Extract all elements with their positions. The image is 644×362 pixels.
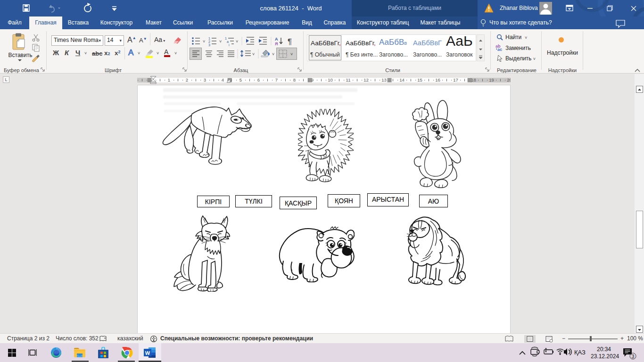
svg-text:3: 3 xyxy=(208,43,210,46)
svg-text:18: 18 xyxy=(471,77,476,82)
svg-text:6: 6 xyxy=(257,77,260,82)
svg-text:15: 15 xyxy=(417,77,422,82)
svg-text:a: a xyxy=(227,40,229,43)
svg-text:3: 3 xyxy=(632,354,635,359)
svg-text:Я: Я xyxy=(275,41,278,46)
svg-text:˅: ˅ xyxy=(252,52,255,57)
svg-text:2: 2 xyxy=(186,77,188,82)
svg-text:W: W xyxy=(145,350,150,356)
svg-text:1: 1 xyxy=(208,37,210,40)
svg-text:20: 20 xyxy=(507,77,511,82)
svg-text:8: 8 xyxy=(293,77,296,82)
svg-text:¶: ¶ xyxy=(288,37,292,46)
svg-text:˅: ˅ xyxy=(272,52,274,57)
svg-text:11: 11 xyxy=(346,77,351,82)
svg-text:˅: ˅ xyxy=(219,39,222,44)
svg-text:12: 12 xyxy=(363,77,369,82)
svg-text:13: 13 xyxy=(381,77,387,82)
svg-text:˅: ˅ xyxy=(290,52,293,57)
svg-text:14: 14 xyxy=(399,77,405,82)
svg-text:1: 1 xyxy=(225,37,227,40)
svg-text:5: 5 xyxy=(239,77,242,82)
svg-text:3: 3 xyxy=(204,77,206,82)
svg-text:2: 2 xyxy=(208,40,210,43)
svg-text:˅: ˅ xyxy=(236,39,238,44)
svg-text:ac: ac xyxy=(497,47,502,51)
svg-text:˅: ˅ xyxy=(203,39,205,44)
svg-text:i: i xyxy=(229,43,230,46)
svg-text:1: 1 xyxy=(168,77,170,82)
svg-text:7: 7 xyxy=(275,77,278,82)
svg-text:17: 17 xyxy=(453,77,458,82)
svg-text:А: А xyxy=(275,37,278,41)
svg-text:19: 19 xyxy=(489,77,494,82)
svg-text:16: 16 xyxy=(435,77,440,82)
svg-text:10: 10 xyxy=(328,77,333,82)
svg-text:4: 4 xyxy=(222,77,224,82)
